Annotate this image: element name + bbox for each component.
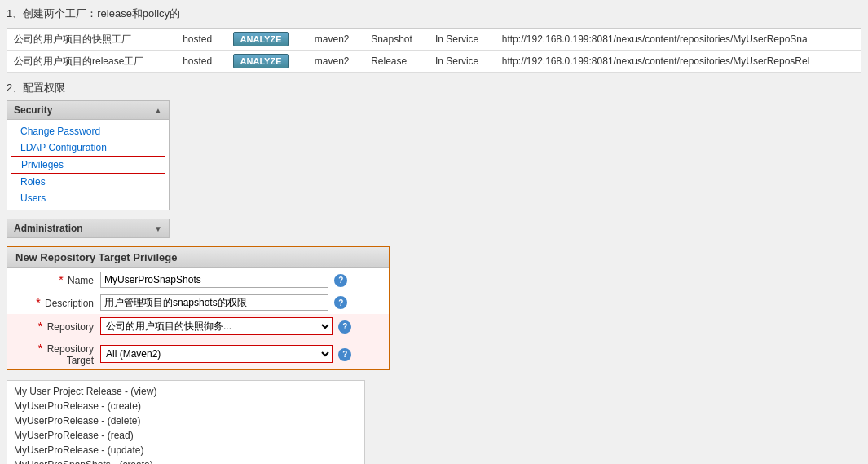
- repo-required-star: *: [38, 320, 42, 333]
- privilege-list-item[interactable]: MyUserProRelease - (update): [11, 443, 361, 457]
- repo-table: 公司的用户项目的快照工厂 hosted ANALYZE maven2 Snaps…: [7, 28, 861, 73]
- repo-target-select[interactable]: All (Maven2): [100, 345, 333, 363]
- admin-collapse-icon[interactable]: ▼: [154, 224, 162, 233]
- repo-hosted: hosted: [176, 51, 226, 73]
- security-panel-header: Security ▲: [7, 101, 169, 120]
- repo-format: maven2: [308, 29, 364, 51]
- repo-name: 公司的用户项目的快照工厂: [7, 29, 177, 51]
- step2-title: 2、配置权限: [7, 81, 861, 95]
- admin-panel-header: Administration ▼: [7, 219, 170, 238]
- privilege-form: * Name ? * Description ?: [7, 268, 389, 369]
- security-header-label: Security: [14, 104, 52, 116]
- desc-input-cell: ?: [97, 291, 389, 314]
- page-container: 1、创建两个工厂：release和policy的 公司的用户项目的快照工厂 ho…: [0, 0, 868, 464]
- repo-type: Snapshot: [364, 29, 429, 51]
- privilege-list-item[interactable]: MyUserProSnapShots - (create): [11, 457, 361, 464]
- name-input-cell: ?: [97, 268, 389, 291]
- desc-row: * Description ?: [7, 291, 389, 314]
- repo-hosted: hosted: [176, 29, 226, 51]
- step1-title: 1、创建两个工厂：release和policy的: [7, 7, 861, 21]
- security-menu-item-users[interactable]: Users: [7, 190, 169, 206]
- repo-select[interactable]: 公司的用户项目的快照御务...: [100, 317, 333, 335]
- repo-name: 公司的用户项目的release工厂: [7, 51, 177, 73]
- repo-type: Release: [364, 51, 429, 73]
- security-menu-item-change-password[interactable]: Change Password: [7, 123, 169, 139]
- repo-row: 公司的用户项目的快照工厂 hosted ANALYZE maven2 Snaps…: [7, 29, 861, 51]
- name-label: * Name: [7, 268, 97, 291]
- analyze-button[interactable]: ANALYZE: [233, 54, 289, 68]
- security-menu-item-privileges[interactable]: Privileges: [11, 156, 165, 174]
- repo-url: http://192.168.0.199:8081/nexus/content/…: [496, 29, 861, 51]
- new-privilege-panel: New Repository Target Privilege * Name ?…: [7, 246, 390, 370]
- security-menu-item-ldap-configuration[interactable]: LDAP Configuration: [7, 139, 169, 156]
- privilege-list-item[interactable]: My User Project Release - (view): [11, 384, 361, 399]
- repo-url: http://192.168.0.199:8081/nexus/content/…: [496, 51, 861, 73]
- repo-row: 公司的用户项目的release工厂 hosted ANALYZE maven2 …: [7, 51, 861, 73]
- repo-row: * Repository 公司的用户项目的快照御务... ?: [7, 314, 389, 338]
- repo-target-help-icon[interactable]: ?: [338, 348, 351, 361]
- privilege-list-item[interactable]: MyUserProRelease - (delete): [11, 413, 361, 428]
- repo-target-label: * Repository Target: [7, 338, 97, 369]
- repo-target-input-cell: All (Maven2) ?: [97, 338, 389, 369]
- new-privilege-title: New Repository Target Privilege: [7, 247, 389, 268]
- repo-status: In Service: [429, 51, 496, 73]
- admin-header-label: Administration: [14, 223, 83, 234]
- name-required-star: *: [59, 273, 63, 286]
- repo-format: maven2: [308, 51, 364, 73]
- security-collapse-icon[interactable]: ▲: [154, 106, 162, 115]
- repo-input-cell: 公司的用户项目的快照御务... ?: [97, 314, 389, 338]
- name-help-icon[interactable]: ?: [334, 274, 347, 287]
- security-menu: Change PasswordLDAP ConfigurationPrivile…: [7, 120, 169, 210]
- name-row: * Name ?: [7, 268, 389, 291]
- repo-status: In Service: [429, 29, 496, 51]
- repo-label: * Repository: [7, 314, 97, 338]
- privilege-list-item[interactable]: MyUserProRelease - (read): [11, 428, 361, 443]
- desc-required-star: *: [36, 296, 40, 309]
- repo-help-icon[interactable]: ?: [338, 320, 351, 334]
- privilege-list-item[interactable]: MyUserProRelease - (create): [11, 399, 361, 413]
- repo-target-row: * Repository Target All (Maven2) ?: [7, 338, 389, 369]
- desc-label: * Description: [7, 291, 97, 314]
- repo-analyze-cell: ANALYZE: [227, 51, 308, 73]
- analyze-button[interactable]: ANALYZE: [233, 32, 289, 46]
- name-input[interactable]: [100, 272, 328, 288]
- desc-help-icon[interactable]: ?: [334, 296, 347, 309]
- desc-input[interactable]: [100, 294, 328, 311]
- repo-analyze-cell: ANALYZE: [227, 29, 308, 51]
- privileges-list: My User Project Release - (view)MyUserPr…: [7, 380, 365, 464]
- repo-target-required-star: *: [38, 342, 42, 355]
- security-menu-item-roles[interactable]: Roles: [7, 174, 169, 190]
- security-panel: Security ▲ Change PasswordLDAP Configura…: [7, 100, 170, 210]
